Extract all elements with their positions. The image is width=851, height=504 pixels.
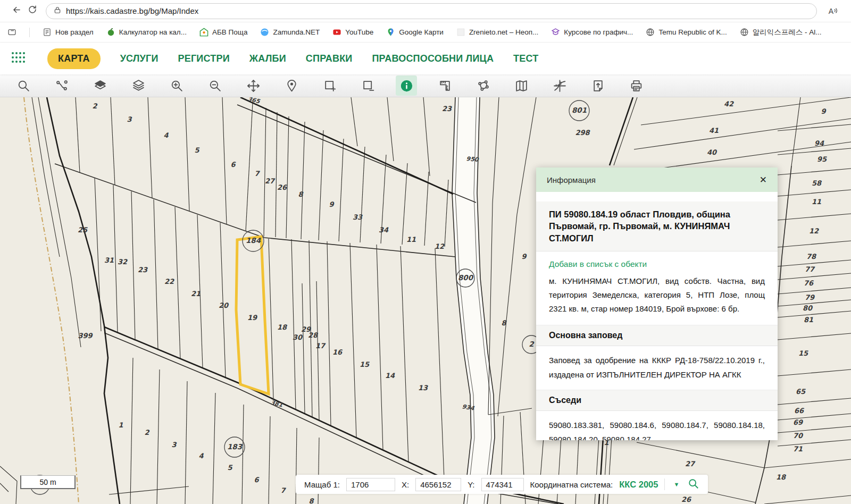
bookmark-label: Нов раздел bbox=[55, 28, 94, 36]
info-icon[interactable] bbox=[396, 75, 417, 96]
bookmark-item[interactable]: Курсове по графич... bbox=[551, 28, 633, 37]
route-icon[interactable] bbox=[51, 75, 72, 96]
bookmark-item[interactable]: Temu Republic of K... bbox=[646, 28, 727, 37]
parcel-number: 2 bbox=[144, 429, 149, 436]
map-toolbar bbox=[0, 74, 851, 97]
measure-icon[interactable] bbox=[434, 75, 455, 96]
nav-item-правоспособни-лица[interactable]: ПРАВОСПОСОБНИ ЛИЦА bbox=[372, 53, 494, 64]
circled-block-label: 801 bbox=[572, 106, 587, 114]
search-icon[interactable] bbox=[13, 75, 34, 96]
parcel-number: 23 bbox=[138, 266, 148, 274]
crs-select[interactable]: ККС 2005 bbox=[619, 480, 658, 490]
parcel-number: 26 bbox=[277, 183, 288, 191]
export-icon[interactable] bbox=[587, 75, 608, 96]
zoom-out-icon[interactable] bbox=[204, 75, 226, 96]
panel-sections: Основна заповедЗаповед за одобрение на К… bbox=[536, 325, 778, 440]
parcel-number: 66 bbox=[794, 407, 805, 415]
parcel-number: 40 bbox=[707, 148, 717, 156]
section-text: Заповед за одобрение на КККР РД-18-758/2… bbox=[549, 353, 765, 382]
crs-caret-icon[interactable]: ▼ bbox=[673, 481, 679, 488]
parcel-number: 2 bbox=[92, 102, 97, 110]
bookmark-item[interactable]: 알리익스프레스 - Al... bbox=[740, 28, 822, 37]
parcel-number: 78 bbox=[806, 253, 817, 261]
parcel-number: 8 bbox=[308, 497, 314, 504]
back-icon[interactable] bbox=[9, 5, 24, 18]
nav-item-услуги[interactable]: УСЛУГИ bbox=[120, 53, 158, 64]
bookmark-label: АБВ Поща bbox=[212, 28, 247, 36]
close-icon[interactable]: ✕ bbox=[760, 174, 767, 186]
parcel-number: 15 bbox=[798, 349, 808, 357]
circled-block-label: 183 bbox=[227, 442, 243, 451]
parcel-number: 6 bbox=[254, 476, 260, 484]
parcel-number: 12 bbox=[435, 242, 445, 250]
parcel-number: 79 bbox=[805, 293, 815, 301]
parcel-number: 65 bbox=[796, 388, 806, 396]
parcel-number: 29 bbox=[301, 325, 312, 333]
rect-zoom-in-icon[interactable] bbox=[319, 75, 340, 96]
selected-parcel-outline[interactable] bbox=[236, 237, 269, 394]
nav-item-карта[interactable]: КАРТА bbox=[47, 48, 101, 69]
info-panel-body: ПИ 59080.184.19 област Пловдив, община П… bbox=[536, 192, 778, 440]
parcel-number: 80 bbox=[803, 304, 813, 312]
blue-globe-icon bbox=[260, 28, 269, 37]
pan-icon[interactable] bbox=[243, 75, 264, 96]
bookmark-item[interactable]: YouTube bbox=[332, 28, 373, 37]
circled-block-number bbox=[569, 100, 589, 121]
bookmark-label: Temu Republic of K... bbox=[658, 28, 727, 36]
parcel-number: 27 bbox=[265, 177, 276, 185]
parcel-number: 95 bbox=[817, 155, 827, 163]
bookmark-item[interactable]: Калкулатор на кал... bbox=[106, 28, 187, 37]
bookmark-item[interactable]: Google Карти bbox=[386, 28, 444, 37]
bookmark-label: Zamunda.NET bbox=[273, 28, 320, 36]
url-text: https://kais.cadastre.bg/bg/Map/Index bbox=[66, 6, 198, 15]
location-pin-icon[interactable] bbox=[281, 75, 302, 96]
nav-item-тест[interactable]: ТЕСТ bbox=[513, 53, 538, 64]
bookmark-item[interactable]: Zrenieto.net – Неоп... bbox=[456, 28, 538, 37]
parcel-number: 7 bbox=[280, 486, 286, 494]
coordinate-search-icon[interactable] bbox=[688, 478, 699, 491]
bookmark-item[interactable]: Zamunda.NET bbox=[260, 28, 320, 37]
parcel-number: 9 bbox=[329, 200, 335, 208]
parcel-number: 5 bbox=[194, 146, 199, 154]
circled-block-number bbox=[224, 437, 245, 457]
bookmark-item[interactable]: АБВ Поща bbox=[199, 28, 247, 37]
apps-grid-icon[interactable] bbox=[12, 52, 27, 65]
coordinates-icon[interactable] bbox=[549, 75, 570, 96]
layers-filled-icon[interactable] bbox=[89, 75, 111, 96]
rect-zoom-out-icon[interactable] bbox=[357, 75, 379, 96]
parcel-number: 15 bbox=[360, 360, 370, 368]
bookmarks-separator bbox=[29, 28, 30, 37]
parcel-number: 3 bbox=[127, 115, 132, 123]
parcel-number: 31 bbox=[104, 256, 114, 264]
zoom-in-icon[interactable] bbox=[166, 75, 187, 96]
parcel-number: 11 bbox=[812, 198, 821, 206]
globe-icon bbox=[646, 28, 655, 37]
add-to-object-list-link[interactable]: Добави в списък с обекти bbox=[549, 259, 765, 269]
bookmark-item[interactable]: Нов раздел bbox=[43, 28, 94, 37]
crs-label: Координатна система: bbox=[530, 480, 613, 489]
polygon-measure-icon[interactable] bbox=[472, 75, 494, 96]
map-viewport[interactable]: 2345672726893334111223253132232221201918… bbox=[0, 97, 851, 504]
nav-item-регистри[interactable]: РЕГИСТРИ bbox=[178, 53, 230, 64]
nav-item-справки[interactable]: СПРАВКИ bbox=[306, 53, 353, 64]
maps-pin-icon bbox=[386, 28, 395, 37]
parcel-number: 27 bbox=[685, 460, 696, 468]
parcel-description: м. КУНИНЯМАЧ СТ.МОГИЛ, вид собств. Частн… bbox=[549, 274, 765, 316]
nav-item-жалби[interactable]: ЖАЛБИ bbox=[249, 53, 286, 64]
map-sheet-icon[interactable] bbox=[511, 75, 532, 96]
address-bar[interactable]: https://kais.cadastre.bg/bg/Map/Index bbox=[46, 3, 817, 19]
bookmark-label: Курсове по графич... bbox=[564, 28, 633, 36]
bookmarks-list: Нов разделКалкулатор на кал...АБВ ПощаZa… bbox=[43, 28, 821, 37]
sidebar-panel-icon[interactable] bbox=[7, 28, 16, 37]
print-icon[interactable] bbox=[625, 75, 647, 96]
layers-icon[interactable] bbox=[128, 75, 149, 96]
x-coordinate: 4656152 bbox=[415, 478, 461, 491]
y-label: Y: bbox=[468, 480, 474, 489]
refresh-icon[interactable] bbox=[24, 5, 40, 17]
status-separator bbox=[664, 478, 665, 490]
parcel-number: 399 bbox=[78, 332, 93, 340]
scale-input[interactable]: 1706 bbox=[346, 478, 395, 491]
house-icon bbox=[199, 28, 208, 37]
parcel-number: 69 bbox=[793, 418, 804, 426]
read-aloud-icon[interactable]: A bbox=[824, 7, 842, 15]
